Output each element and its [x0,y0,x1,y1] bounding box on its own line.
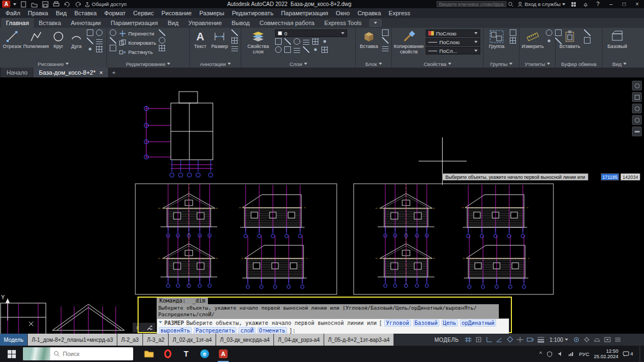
text-style-icon[interactable] [231,45,238,51]
doc-tab-start[interactable]: Начало [1,68,33,77]
cut-clip-icon[interactable] [584,29,591,36]
object-color-combo[interactable]: ПоСлою [426,29,480,37]
ortho-mode-icon[interactable] [484,334,494,346]
file-explorer-icon[interactable] [140,346,158,362]
match-properties-button[interactable]: Копирование свойств [395,29,423,55]
save-icon[interactable] [41,1,49,8]
region-tool-icon[interactable] [96,46,103,52]
viewport-elevations-left[interactable] [135,183,337,294]
redo-icon[interactable] [74,1,82,8]
menu-help[interactable]: Справка [354,8,385,18]
menu-format[interactable]: Формат [100,8,129,18]
grid-display-icon[interactable] [463,334,474,346]
group-edit-icon[interactable] [510,37,516,44]
base-view-button[interactable]: Базовый [605,29,629,50]
tray-network-icon[interactable] [568,351,575,357]
command-keyword[interactable]: выровнЯть [159,327,192,334]
polar-tracking-icon[interactable] [494,334,505,346]
move-tool[interactable]: Перенести [119,29,156,38]
command-keyword[interactable]: Угловой [384,319,410,327]
object-snap-icon[interactable] [505,334,515,346]
layer-tool-icon[interactable] [284,38,291,45]
model-space-indicator[interactable]: МОДЕЛЬ [430,334,463,346]
copy-tool[interactable]: Копировать [119,39,156,47]
dimension-tool[interactable]: Размер [211,29,229,50]
autocad-logo-icon[interactable]: A [2,1,10,8]
menu-insert[interactable]: Вставка [70,8,100,18]
ribbon-tab-output[interactable]: Вывод [226,18,254,28]
taskbar-search-input[interactable] [60,351,120,357]
full-navigation-wheel-icon[interactable] [632,81,642,90]
layer-tool-icon[interactable] [294,38,300,45]
ellipse-tool-icon[interactable] [96,29,103,36]
menu-modify[interactable]: Редактировать [228,8,277,18]
panel-label-view[interactable]: Вид [603,60,636,68]
edge-browser-icon[interactable]: e [195,346,214,362]
sign-in-button[interactable]: Вход в службы [517,1,565,7]
command-keyword[interactable]: Цепь [442,319,458,327]
menu-dimension[interactable]: Размеры [195,8,228,18]
command-window[interactable]: Команда: _dim Выберите объекты, укажите … [138,297,512,333]
panel-label-groups[interactable]: Группы [484,60,519,68]
action-center-button[interactable]: 4 [623,351,635,357]
ribbon-tab-parametric[interactable]: Параметризация [106,18,163,28]
layout-tab[interactable]: Л-2_а3 [117,334,142,346]
maximize-button[interactable]: □ [619,1,629,7]
lineweight-combo[interactable]: ПоСл... [426,47,480,55]
layer-properties-button[interactable]: Свойства слоя [244,29,272,55]
snap-mode-icon[interactable] [474,334,484,346]
dynamic-input-y-field[interactable]: 142034 [621,173,640,180]
undo-icon[interactable] [63,1,71,8]
command-keyword[interactable]: орДинатный [460,319,496,327]
panel-label-clipboard[interactable]: Буфер обмена [556,60,602,68]
menu-tools[interactable]: Сервис [129,8,158,18]
rectangle-tool-icon[interactable] [87,29,93,36]
t-app-icon[interactable]: T [177,346,195,362]
ribbon-tab-home[interactable]: Главная [1,18,34,28]
point-tool-icon[interactable] [87,46,93,52]
notifications-bell-icon[interactable] [581,1,589,8]
annotation-scale-combo[interactable]: 1:100 [546,334,571,346]
ungroup-icon[interactable] [510,29,516,36]
menu-parametric[interactable]: Параметризация [277,8,332,18]
layer-tool-icon[interactable] [312,46,319,53]
text-tool[interactable]: А Текст [193,29,208,50]
doc-tab-close-icon[interactable]: × [99,69,103,76]
ribbon-tab-manage[interactable]: Управление [183,18,226,28]
taskbar-clock[interactable]: 12:50 25.02.2024 [594,348,618,359]
mirror-tool-icon[interactable] [110,37,116,44]
fillet-tool-icon[interactable] [159,37,165,44]
object-snap-tracking-icon[interactable] [515,334,526,346]
menu-window[interactable]: Окно [332,8,354,18]
help-search-input[interactable] [437,1,506,7]
new-drawing-tab-icon[interactable]: + [109,69,118,76]
opera-browser-icon[interactable] [158,346,177,362]
close-button[interactable]: × [633,1,642,7]
dynamic-input-x-field[interactable]: 171185 [601,173,619,180]
line-tool[interactable]: Отрезок [3,29,21,50]
quick-select-icon[interactable] [546,29,552,36]
annotation-monitor-icon[interactable] [592,334,603,346]
menu-draw[interactable]: Рисование [158,8,195,18]
edit-block-icon[interactable] [382,37,389,44]
command-options-caret-icon[interactable] [159,321,162,325]
layer-tool-icon[interactable] [321,38,328,45]
linetype-combo[interactable]: ПоСлою [426,38,480,46]
array-tool-icon[interactable] [159,45,165,51]
floor-plan[interactable] [144,92,213,177]
command-keyword[interactable]: слоЙ [238,327,255,334]
define-attributes-icon[interactable] [382,45,389,51]
app-menu-caret-icon[interactable] [13,3,16,7]
ribbon-tab-view[interactable]: Вид [163,18,183,28]
panel-label-properties[interactable]: Свойства [392,60,483,68]
plot-icon[interactable] [52,1,60,8]
dynamic-input-icon[interactable] [526,334,536,346]
command-keyword[interactable]: Отменить [258,327,287,334]
layout-tab-model[interactable]: Модель [0,334,27,346]
drawing-canvas[interactable]: Y Выберите объекты, укажите начало перво… [0,77,644,334]
circle-tool[interactable]: Круг [51,29,66,50]
layer-tool-icon[interactable] [275,38,282,45]
ribbon-tab-collaborate[interactable]: Совместная работа [255,18,320,28]
command-input-line[interactable]: РАЗМЕР Выберите объекты, укажите начало … [157,318,509,334]
trim-tool-icon[interactable] [159,29,165,36]
